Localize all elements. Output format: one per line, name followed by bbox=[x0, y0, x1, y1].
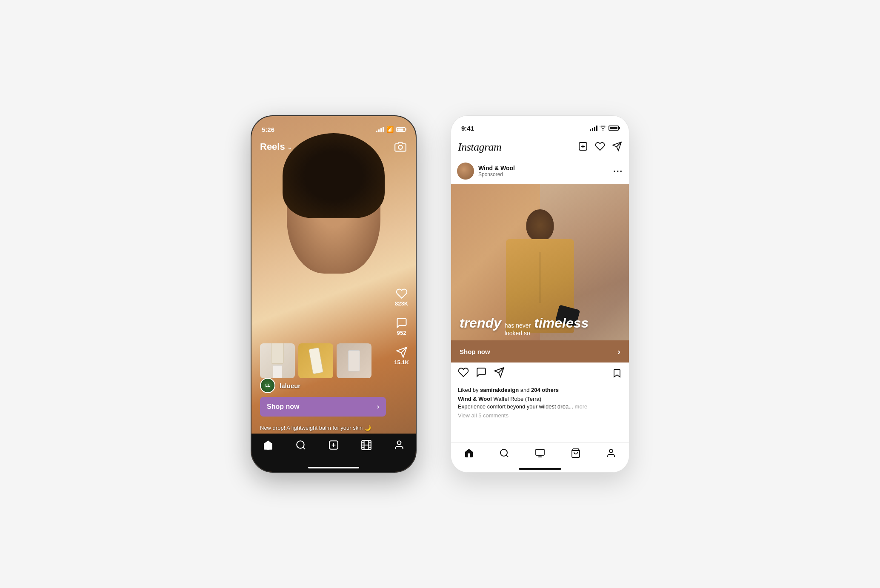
nav-home-right[interactable] bbox=[464, 448, 474, 460]
post-image: trendy has never looked so timeless Shop… bbox=[451, 184, 629, 363]
header-icons bbox=[578, 141, 622, 153]
post-actions bbox=[451, 363, 629, 385]
like-count: 823K bbox=[395, 300, 408, 307]
shop-now-label: Shop now bbox=[460, 348, 490, 355]
svg-point-0 bbox=[398, 146, 402, 149]
reel-caption: New drop! A lightweight balm for your sk… bbox=[260, 425, 386, 431]
reel-stats: 823K 952 15.1K bbox=[394, 288, 409, 365]
add-post-button[interactable] bbox=[578, 141, 588, 153]
product-thumb-1[interactable] bbox=[260, 343, 295, 378]
overlay-text: trendy has never looked so timeless bbox=[451, 315, 629, 337]
post-sponsored: Sponsored bbox=[478, 171, 515, 177]
view-comments[interactable]: View all 5 comments bbox=[458, 412, 622, 419]
instagram-logo: Instagram bbox=[458, 141, 501, 154]
shop-now-bar[interactable]: Shop now › bbox=[451, 340, 629, 363]
overlay-word-trendy: trendy bbox=[460, 315, 501, 331]
svg-point-31 bbox=[609, 449, 613, 453]
signal-icon-right bbox=[590, 126, 597, 131]
bottom-nav-right bbox=[451, 442, 629, 472]
messages-button[interactable] bbox=[612, 141, 622, 153]
post-header: Wind & Wool Sponsored ··· bbox=[451, 158, 629, 184]
status-bar-right: 9:41 bbox=[451, 116, 629, 136]
status-icons-left: 📶 bbox=[376, 126, 406, 133]
nav-profile-right[interactable] bbox=[606, 448, 616, 460]
share-stat[interactable]: 15.1K bbox=[394, 346, 409, 365]
battery-icon bbox=[396, 127, 406, 132]
shop-now-chevron: › bbox=[617, 347, 620, 357]
wifi-icon: 📶 bbox=[386, 126, 394, 133]
liked-by: Liked by samirakdesign and 204 others bbox=[458, 387, 622, 393]
comment-count: 952 bbox=[397, 330, 406, 336]
svg-point-17 bbox=[397, 441, 401, 445]
status-icons-right bbox=[590, 126, 619, 131]
nav-home[interactable] bbox=[263, 440, 274, 451]
product-thumbnails bbox=[260, 343, 371, 378]
post-user-text: Wind & Wool Sponsored bbox=[478, 165, 515, 177]
status-time-right: 9:41 bbox=[461, 125, 474, 132]
nav-profile[interactable] bbox=[394, 440, 405, 451]
reel-avatar[interactable]: LL bbox=[260, 378, 275, 393]
save-button[interactable] bbox=[612, 368, 622, 380]
svg-rect-28 bbox=[536, 449, 544, 455]
signal-icon bbox=[376, 127, 384, 132]
right-phone: 9:41 Instagram bbox=[451, 115, 629, 473]
nav-search[interactable] bbox=[295, 440, 306, 451]
svg-line-27 bbox=[506, 455, 508, 457]
share-count: 15.1K bbox=[394, 359, 409, 365]
post-actions-left bbox=[458, 367, 505, 381]
reel-username[interactable]: lalueur bbox=[280, 382, 300, 389]
left-phone: 5:26 📶 Reels ⌄ bbox=[251, 115, 417, 473]
nav-bag-right[interactable] bbox=[571, 448, 581, 460]
reel-username-row: LL lalueur bbox=[260, 378, 300, 393]
battery-icon-right bbox=[609, 126, 619, 131]
product-thumb-2[interactable] bbox=[298, 343, 333, 378]
reels-header: Reels ⌄ bbox=[251, 137, 416, 157]
status-bar-left: 5:26 📶 bbox=[251, 116, 416, 137]
nav-search-right[interactable] bbox=[499, 448, 509, 460]
comment-stat[interactable]: 952 bbox=[396, 317, 408, 336]
nav-reels[interactable] bbox=[361, 440, 372, 451]
post-caption: Wind & Wool Waffel Robe (Terra) Experien… bbox=[458, 395, 622, 411]
post-more-button[interactable]: ··· bbox=[613, 166, 623, 176]
nav-shop-right[interactable] bbox=[535, 448, 545, 460]
post-avatar[interactable] bbox=[457, 163, 474, 180]
bottom-nav-left bbox=[251, 434, 416, 472]
post-username[interactable]: Wind & Wool bbox=[478, 165, 515, 171]
overlay-small-text: has never looked so bbox=[505, 322, 531, 337]
overlay-word-timeless: timeless bbox=[534, 315, 589, 331]
share-button[interactable] bbox=[494, 367, 505, 381]
post-info: Liked by samirakdesign and 204 others Wi… bbox=[451, 385, 629, 424]
nav-create[interactable] bbox=[328, 440, 339, 451]
svg-point-4 bbox=[297, 441, 304, 448]
wifi-icon-right bbox=[600, 126, 606, 131]
caption-more[interactable]: more bbox=[575, 403, 588, 410]
shop-now-button[interactable]: Shop now › bbox=[260, 397, 386, 417]
instagram-header: Instagram bbox=[451, 136, 629, 158]
svg-point-18 bbox=[603, 130, 603, 131]
status-time-left: 5:26 bbox=[262, 126, 274, 133]
notifications-button[interactable] bbox=[595, 141, 605, 153]
home-indicator-right bbox=[519, 468, 561, 470]
page-container: 5:26 📶 Reels ⌄ bbox=[234, 98, 646, 490]
product-thumb-3[interactable] bbox=[337, 343, 371, 378]
svg-line-5 bbox=[303, 447, 305, 449]
like-button[interactable] bbox=[458, 367, 469, 381]
like-stat[interactable]: 823K bbox=[395, 288, 408, 307]
comment-button[interactable] bbox=[476, 367, 487, 381]
svg-point-26 bbox=[500, 449, 507, 456]
camera-button[interactable] bbox=[394, 140, 407, 154]
reels-dropdown-icon: ⌄ bbox=[287, 143, 292, 151]
shop-now-chevron: › bbox=[377, 403, 379, 411]
home-indicator bbox=[308, 467, 359, 468]
reels-title[interactable]: Reels ⌄ bbox=[260, 141, 292, 152]
post-user-info: Wind & Wool Sponsored bbox=[457, 163, 515, 180]
